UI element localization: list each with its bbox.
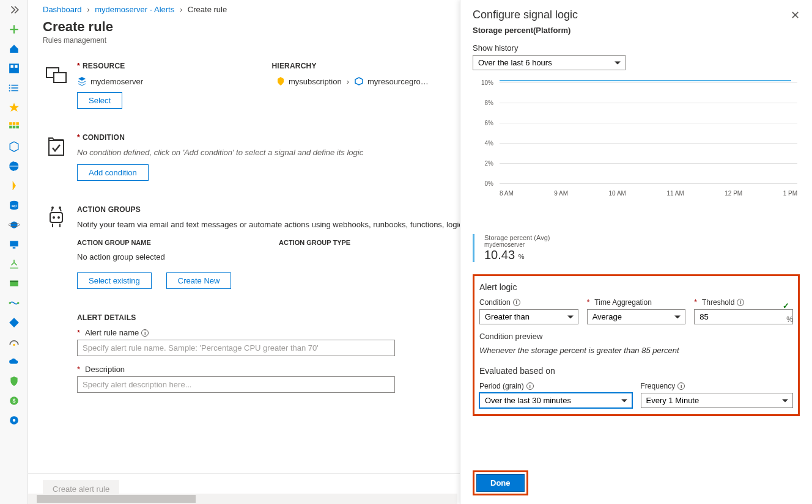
period-select[interactable]: Over the last 30 minutes — [479, 393, 632, 408]
frequency-select[interactable]: Every 1 Minute — [641, 393, 794, 408]
svg-point-5 — [9, 90, 10, 91]
condition-icon — [43, 133, 77, 181]
dashboard-icon[interactable] — [7, 61, 21, 76]
svg-rect-30 — [49, 141, 64, 155]
svg-text:sql: sql — [11, 204, 17, 208]
cost-icon[interactable]: $ — [7, 393, 21, 408]
svg-point-35 — [59, 206, 61, 209]
signal-name: Storage percent(Platform) — [473, 26, 800, 35]
breadcrumb-alerts[interactable]: mydemoserver - Alerts — [95, 5, 174, 14]
svg-point-27 — [12, 419, 15, 422]
svg-rect-8 — [16, 122, 19, 125]
expand-icon[interactable] — [7, 2, 21, 17]
svg-text:$: $ — [12, 398, 15, 404]
info-icon[interactable]: i — [737, 299, 744, 306]
done-button[interactable]: Done — [476, 474, 525, 492]
svg-rect-17 — [10, 241, 18, 246]
svg-point-3 — [9, 84, 10, 86]
alert-description-input[interactable] — [77, 376, 395, 393]
action-icon — [43, 205, 77, 289]
create-new-button[interactable]: Create New — [166, 272, 232, 289]
network-icon[interactable] — [7, 296, 21, 310]
svg-point-21 — [9, 302, 10, 304]
storage-icon[interactable] — [7, 276, 21, 291]
select-resource-button[interactable]: Select — [77, 92, 122, 109]
svg-point-34 — [51, 206, 54, 209]
svg-rect-6 — [9, 122, 12, 125]
svg-rect-1 — [10, 65, 13, 68]
globe-icon[interactable] — [7, 159, 21, 173]
info-icon[interactable]: i — [526, 382, 534, 390]
svg-rect-9 — [9, 126, 12, 129]
grid-icon[interactable] — [7, 120, 21, 134]
svg-point-33 — [57, 216, 60, 219]
history-chart: 10% 8% 6% 4% 2% 0% 8 AM 9 AM 10 AM 11 — [473, 82, 800, 205]
add-condition-button[interactable]: Add condition — [77, 164, 149, 181]
svg-rect-18 — [12, 247, 15, 249]
gauge-icon[interactable] — [7, 335, 21, 349]
check-icon: ✓ — [783, 301, 789, 310]
condition-preview-text: Whenever the storage percent is greater … — [479, 346, 793, 355]
threshold-input[interactable] — [694, 309, 793, 324]
breadcrumb-current: Create rule — [188, 5, 227, 14]
support-icon[interactable] — [7, 413, 21, 428]
info-icon[interactable]: i — [677, 382, 685, 390]
resource-icon — [43, 62, 77, 109]
svg-rect-29 — [54, 73, 66, 82]
planet-icon[interactable] — [7, 217, 21, 232]
alert-rule-name-input[interactable] — [77, 340, 395, 356]
cube-icon[interactable] — [7, 139, 21, 154]
svg-point-23 — [13, 344, 15, 346]
panel-footer: Done — [460, 462, 812, 504]
svg-rect-11 — [16, 126, 19, 129]
svg-point-4 — [9, 87, 10, 89]
vm-icon[interactable] — [7, 237, 21, 252]
left-nav-rail: sql $ — [0, 0, 28, 504]
hierarchy-subscription: mysubscription — [276, 76, 342, 86]
svg-point-22 — [17, 302, 19, 304]
condition-select[interactable]: Greater than — [479, 309, 578, 324]
hierarchy-group: myresourcegro… — [354, 76, 429, 86]
svg-point-32 — [53, 216, 55, 219]
add-icon[interactable] — [7, 22, 21, 37]
sql-icon[interactable]: sql — [7, 198, 21, 213]
select-existing-button[interactable]: Select existing — [77, 272, 152, 289]
panel-scroll[interactable]: Storage percent(Platform) Show history O… — [460, 26, 812, 462]
diamond-icon[interactable] — [7, 315, 21, 330]
function-icon[interactable] — [7, 178, 21, 193]
svg-rect-20 — [10, 281, 18, 282]
svg-rect-2 — [15, 65, 18, 68]
cloud-icon[interactable] — [7, 354, 21, 369]
horizontal-scrollbar[interactable] — [28, 494, 457, 504]
star-icon[interactable] — [7, 100, 21, 115]
panel-title: Configure signal logic — [473, 9, 578, 21]
svg-rect-10 — [12, 126, 15, 129]
shield-icon[interactable] — [7, 374, 21, 389]
chart-legend: Storage percent (Avg) mydemoserver 10.43… — [473, 234, 800, 262]
svg-point-15 — [10, 221, 17, 228]
aggregation-select[interactable]: Average — [587, 309, 686, 324]
alert-logic-highlight: Alert logic Conditioni Greater than *Tim… — [473, 274, 800, 416]
home-icon[interactable] — [7, 42, 21, 56]
info-icon[interactable]: i — [513, 299, 520, 306]
svg-rect-7 — [12, 122, 15, 125]
load-balancer-icon[interactable] — [7, 257, 21, 271]
configure-signal-panel: Configure signal logic ✕ Storage percent… — [460, 0, 812, 504]
svg-rect-31 — [50, 213, 62, 222]
info-icon[interactable]: i — [141, 329, 149, 337]
resource-server: mydemoserver — [77, 76, 143, 86]
list-icon[interactable] — [7, 81, 21, 95]
close-icon[interactable]: ✕ — [791, 9, 800, 22]
breadcrumb-dashboard[interactable]: Dashboard — [43, 5, 82, 14]
history-select[interactable]: Over the last 6 hours — [473, 55, 626, 70]
